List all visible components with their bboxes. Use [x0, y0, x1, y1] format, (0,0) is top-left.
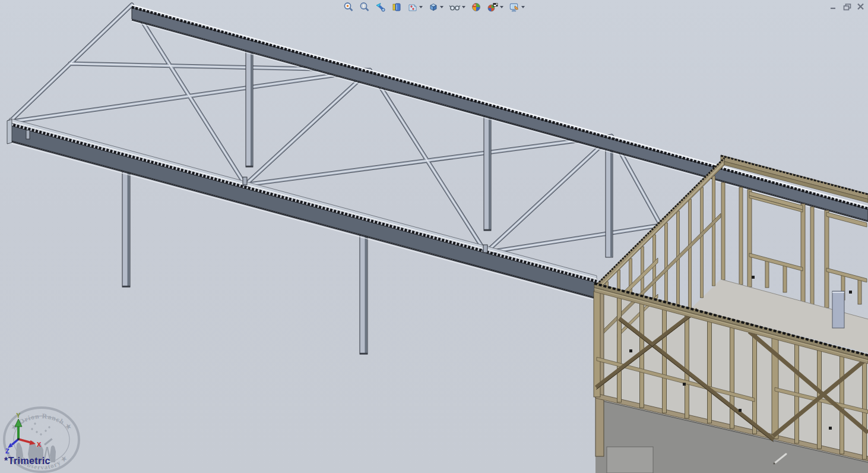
front-column-2 [360, 232, 368, 354]
heads-up-view-toolbar [342, 1, 526, 14]
back-column-3 [606, 147, 613, 257]
electrical-box [629, 349, 632, 352]
hide-show-items-button[interactable] [448, 1, 467, 14]
view-settings-button[interactable] [508, 1, 526, 14]
zoom-to-area-icon [359, 2, 370, 12]
electrical-box [683, 383, 686, 386]
front-column-1 [122, 169, 130, 287]
apply-scene-icon [487, 2, 499, 12]
view-orientation-button[interactable] [406, 1, 424, 14]
zoom-to-fit-icon [343, 2, 354, 12]
display-style-button[interactable] [427, 1, 445, 14]
view-orientation-dropdown-caret[interactable] [419, 6, 423, 8]
back-column-1 [246, 49, 253, 167]
side-wall-top-plate [595, 157, 724, 294]
triad-z-label: Z [5, 447, 9, 455]
section-view-button[interactable] [390, 1, 403, 14]
back-wall-window-1 [749, 191, 803, 271]
edit-appearance-button[interactable] [470, 1, 483, 14]
close-icon[interactable] [856, 2, 865, 11]
section-view-icon [391, 2, 402, 12]
view-orientation-label: *Trimetric [4, 456, 50, 466]
cad-application-window: ★ Orion Ranch ★ ★ Observatory ★ [0, 0, 868, 473]
electrical-panel [832, 291, 844, 328]
edit-appearance-icon [471, 2, 481, 12]
electrical-box [849, 291, 852, 294]
foundation-notch [607, 447, 653, 473]
back-wall-window-2 [826, 212, 867, 282]
window-controls [829, 2, 865, 11]
apply-scene-dropdown-caret[interactable] [500, 6, 503, 8]
previous-view-button[interactable] [374, 1, 387, 14]
side-wall-studs [606, 176, 715, 308]
triad-x-label: X [37, 441, 42, 448]
view-settings-dropdown-caret[interactable] [521, 6, 525, 8]
view-orientation-icon [407, 2, 418, 12]
electrical-box [829, 427, 832, 430]
display-style-icon [428, 2, 439, 12]
3d-viewport[interactable]: ★ Orion Ranch ★ ★ Observatory ★ [0, 0, 868, 473]
electrical-box [739, 409, 742, 412]
zoom-to-fit-button[interactable] [342, 1, 355, 14]
hide-show-items-dropdown-caret[interactable] [462, 6, 465, 8]
restore-icon[interactable] [842, 2, 851, 11]
minimize-icon[interactable] [829, 2, 838, 11]
triad-y-label: Y [16, 412, 21, 419]
zoom-to-area-button[interactable] [358, 1, 371, 14]
hide-show-items-icon [449, 2, 461, 12]
back-column-2 [484, 114, 491, 231]
previous-view-icon [375, 2, 386, 12]
view-settings-icon [509, 2, 520, 12]
display-style-dropdown-caret[interactable] [440, 6, 443, 8]
electrical-box [752, 276, 755, 279]
front-beam [7, 118, 597, 301]
front-beam-end-cap [7, 119, 12, 144]
apply-scene-button[interactable] [486, 1, 505, 14]
